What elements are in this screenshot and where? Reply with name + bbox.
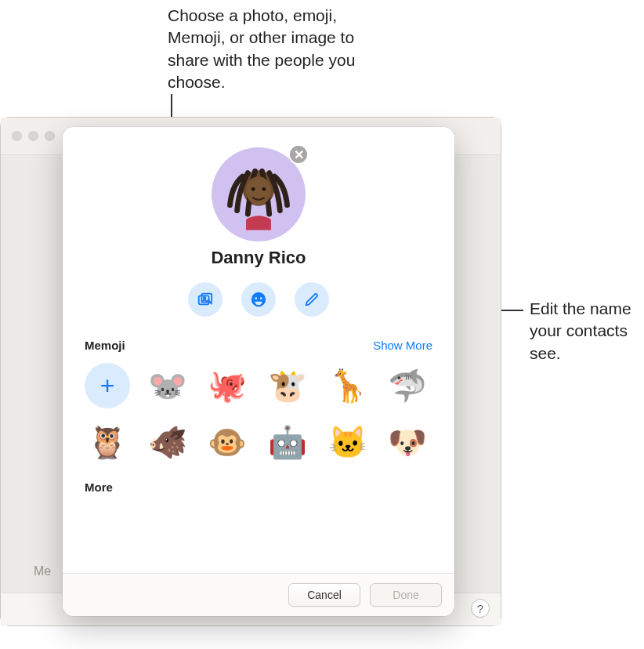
profile-name: Danny Rico xyxy=(85,248,432,268)
callout-edit: Edit the name your contacts see. xyxy=(530,298,631,364)
close-icon: ✕ xyxy=(294,147,304,162)
memoji-cow[interactable]: 🐮 xyxy=(265,363,310,408)
show-more-link[interactable]: Show More xyxy=(373,339,432,352)
add-memoji-button[interactable]: + xyxy=(85,363,130,408)
emoji-face-icon xyxy=(250,291,267,308)
memoji-section-header: Memoji Show More xyxy=(85,339,432,352)
memoji-cat[interactable]: 🐱 xyxy=(325,419,371,465)
profile-avatar[interactable]: ✕ xyxy=(212,147,306,241)
memoji-monkey[interactable]: 🐵 xyxy=(204,419,250,465)
memoji-boar[interactable]: 🐗 xyxy=(145,419,190,465)
memoji-mouse[interactable]: 🐭 xyxy=(145,363,190,408)
emoji-button[interactable] xyxy=(241,282,276,317)
callout-photo: Choose a photo, emoji, Memoji, or other … xyxy=(168,5,387,93)
share-name-photo-sheet: ✕ Danny Rico xyxy=(63,127,454,616)
memoji-shark[interactable]: 🦈 xyxy=(385,363,430,408)
memoji-robot[interactable]: 🤖 xyxy=(265,419,310,465)
sheet-footer: Cancel Done xyxy=(63,573,454,616)
pencil-icon xyxy=(303,291,320,308)
memoji-dog[interactable]: 🐶 xyxy=(385,419,430,465)
svg-point-2 xyxy=(251,187,255,191)
edit-name-button[interactable] xyxy=(295,282,329,317)
photo-button[interactable] xyxy=(188,282,223,317)
memoji-label: Memoji xyxy=(85,339,125,352)
memoji-grid: +🐭🐙🐮🦒🦈🦉🐗🐵🤖🐱🐶 xyxy=(85,363,432,465)
memoji-octopus[interactable]: 🐙 xyxy=(204,363,250,408)
memoji-person-icon xyxy=(214,150,303,239)
memoji-owl[interactable]: 🦉 xyxy=(85,419,130,465)
more-section-label: More xyxy=(85,480,432,494)
photo-icon xyxy=(197,291,214,308)
help-button[interactable]: ? xyxy=(471,599,490,618)
picker-actions xyxy=(85,282,432,317)
cancel-button[interactable]: Cancel xyxy=(288,583,360,607)
done-button: Done xyxy=(370,583,442,607)
sidebar-label-me: Me xyxy=(34,564,51,578)
memoji-giraffe[interactable]: 🦒 xyxy=(325,363,371,408)
svg-point-3 xyxy=(262,187,266,191)
clear-avatar-button[interactable]: ✕ xyxy=(288,144,309,165)
svg-point-1 xyxy=(246,176,271,205)
